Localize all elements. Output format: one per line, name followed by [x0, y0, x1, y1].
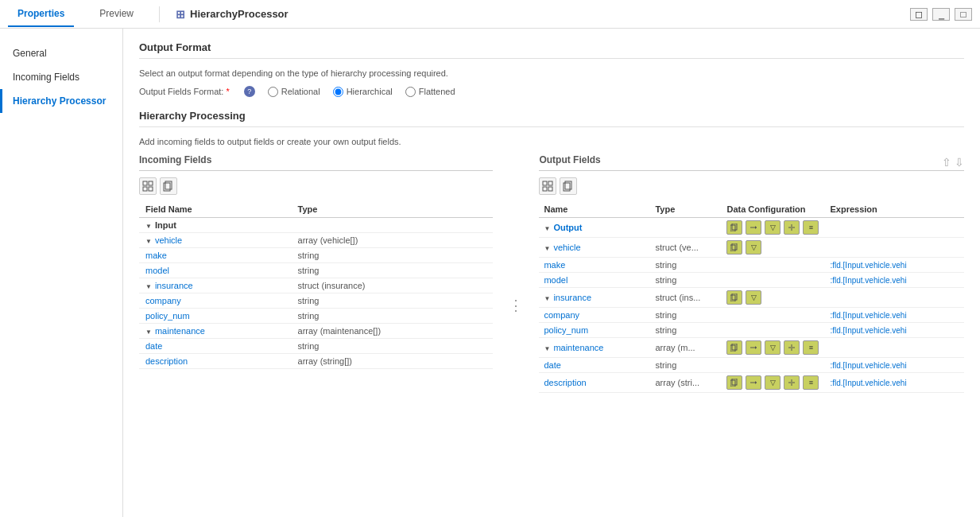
output-expr-cell [825, 288, 964, 308]
output-name-cell: date [539, 358, 650, 373]
output-name-cell: model [539, 273, 650, 288]
i-filter-btn[interactable]: ▽ [746, 290, 761, 305]
table-row: insurance struct (ins... ▽ [539, 288, 964, 308]
output-add-all-button[interactable] [539, 177, 556, 195]
output-config-cell [722, 323, 825, 338]
field-type-cell: string [292, 263, 494, 278]
collapse-maintenance[interactable] [145, 328, 152, 336]
minimize-button[interactable]: ⎯ [932, 8, 950, 21]
table-row: make string :fld.[Input.vehicle.vehi [539, 258, 964, 273]
copy-config-btn[interactable] [726, 220, 742, 235]
vehicle-config-group: ▽ [726, 240, 820, 255]
field-type-cell: string [292, 339, 494, 354]
add-all-button[interactable] [139, 177, 157, 195]
table-row: insurance struct (insurance) [139, 278, 493, 293]
d-sort-btn[interactable]: ≡ [803, 375, 819, 390]
restore-button[interactable]: ◻ [910, 8, 928, 21]
tab-properties[interactable]: Properties [8, 2, 74, 27]
collapse-output[interactable] [544, 224, 550, 232]
output-type-cell [650, 218, 722, 238]
m-split-btn[interactable] [784, 340, 800, 355]
svg-rect-13 [730, 225, 735, 231]
collapse-vehicle[interactable] [145, 237, 152, 245]
output-type-cell: string [650, 323, 722, 338]
table-row: model string :fld.[Input.vehicle.vehi [539, 273, 964, 288]
tab-preview[interactable]: Preview [90, 2, 143, 27]
m-copy-btn[interactable] [726, 340, 742, 355]
output-config-cell: ▽ [722, 288, 825, 308]
field-name-cell: date [139, 339, 292, 354]
up-arrow-icon[interactable]: ⇧ [942, 156, 951, 169]
field-name-cell: company [139, 293, 292, 309]
output-format-title: Output Format [139, 41, 964, 53]
output-config-cell: ▽ ≡ [722, 218, 825, 238]
info-icon[interactable]: ? [244, 86, 255, 97]
d-map-btn[interactable] [746, 375, 761, 390]
split-config-btn[interactable] [784, 220, 800, 235]
radio-relational[interactable] [268, 87, 278, 97]
m-sort-btn[interactable]: ≡ [803, 340, 819, 355]
output-name-cell: company [539, 308, 650, 323]
radio-relational-label[interactable]: Relational [268, 87, 320, 97]
svg-marker-26 [755, 346, 757, 349]
copy-button[interactable] [160, 177, 177, 195]
table-row: description array (string[]) [139, 354, 493, 369]
m-map-btn[interactable] [746, 340, 761, 355]
table-row: model string [139, 263, 493, 278]
maximize-button[interactable]: □ [955, 8, 972, 21]
d-filter-btn[interactable]: ▽ [765, 375, 781, 390]
d-copy-btn[interactable] [726, 375, 742, 390]
top-bar: Properties Preview ⊞ HierarchyProcessor … [0, 0, 980, 29]
field-type-cell: string [292, 293, 494, 309]
svg-rect-22 [730, 295, 735, 301]
down-arrow-icon[interactable]: ⇩ [955, 156, 964, 169]
content-area: Output Format Select an output format de… [123, 29, 980, 517]
radio-flattened[interactable] [405, 87, 416, 97]
v-copy-btn[interactable] [726, 240, 742, 255]
output-name-cell: insurance [539, 288, 650, 308]
collapse-out-maintenance[interactable] [544, 344, 550, 352]
sidebar-item-incoming-fields[interactable]: Incoming Fields [0, 65, 122, 89]
radio-row: Output Fields Format: * ? Relational Hie… [139, 86, 964, 97]
output-config-group: ▽ ≡ [726, 220, 820, 235]
output-copy-button[interactable] [560, 177, 577, 195]
drag-handle: ⋮ [505, 218, 526, 393]
collapse-out-insurance[interactable] [544, 294, 550, 302]
output-config-cell [722, 258, 825, 273]
collapse-input[interactable] [145, 222, 152, 230]
sort-config-btn[interactable]: ≡ [803, 220, 819, 235]
output-expr-cell: :fld.[Input.vehicle.vehi [825, 358, 964, 373]
m-filter-btn[interactable]: ▽ [765, 340, 781, 355]
radio-hierarchical-label[interactable]: Hierarchical [333, 87, 393, 97]
svg-rect-21 [732, 293, 737, 300]
field-type-cell: array (string[]) [292, 354, 494, 369]
collapse-out-vehicle[interactable] [544, 244, 550, 252]
required-star: * [226, 87, 229, 96]
output-name-cell: maintenance [539, 338, 650, 358]
hierarchy-processing-title: Hierarchy Processing [139, 110, 964, 122]
map-config-btn[interactable] [746, 220, 761, 235]
svg-rect-31 [730, 380, 735, 387]
filter-config-btn[interactable]: ▽ [765, 220, 781, 235]
radio-hierarchical[interactable] [333, 87, 343, 97]
collapse-insurance[interactable] [145, 282, 152, 290]
output-type-cell: string [650, 358, 722, 373]
svg-rect-12 [732, 224, 737, 230]
output-config-cell: ▽ [722, 238, 825, 258]
output-type-cell: struct (ins... [650, 288, 722, 308]
d-split-btn[interactable] [784, 375, 800, 390]
output-expr-cell [825, 338, 964, 358]
i-copy-btn[interactable] [726, 290, 742, 305]
output-panel-header: Output Fields ⇧ ⇩ [539, 154, 964, 170]
v-filter-btn[interactable]: ▽ [746, 240, 761, 255]
output-config-cell [722, 273, 825, 288]
radio-flattened-label[interactable]: Flattened [405, 87, 455, 97]
table-row: company string :fld.[Input.vehicle.vehi [539, 308, 964, 323]
sidebar-item-hierarchy-processor[interactable]: Hierarchy Processor [0, 89, 122, 113]
sidebar-item-general[interactable]: General [0, 41, 122, 65]
output-expr-cell [825, 238, 964, 258]
table-row: description array (stri... [539, 373, 964, 393]
col-type: Type [292, 201, 494, 218]
field-name-cell: make [139, 248, 292, 263]
output-fields-table: Name Type Data Configuration Expression … [539, 201, 964, 393]
